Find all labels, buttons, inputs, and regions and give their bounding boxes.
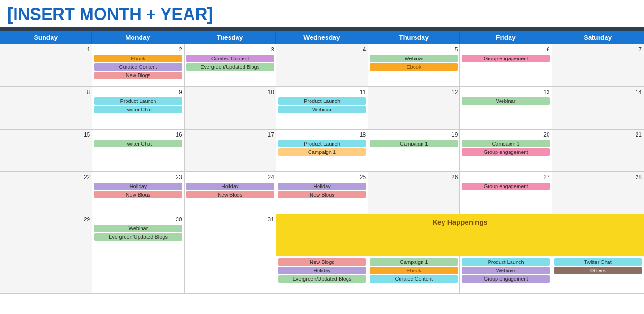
cell-number: 29	[2, 216, 90, 223]
day-header-sunday: Sunday	[0, 31, 92, 44]
calendar-event[interactable]: Product Launch	[94, 97, 182, 105]
cell-number: 8	[2, 89, 90, 95]
calendar-event[interactable]: Curated Content	[186, 55, 274, 62]
calendar-event[interactable]: Campaign 1	[462, 140, 549, 147]
calendar-event[interactable]: Holiday	[94, 183, 182, 190]
header-bar	[0, 27, 644, 31]
calendar-cell: 17	[185, 130, 276, 172]
calendar-event[interactable]: Ebook	[370, 63, 458, 71]
calendar-cell: 1	[0, 44, 92, 87]
day-header-friday: Friday	[460, 31, 552, 44]
page-title: [INSERT MONTH + YEAR]	[0, 0, 644, 27]
calendar-cell: 26	[368, 172, 460, 214]
calendar-event[interactable]: New Blogs	[94, 191, 182, 198]
calendar-cell: 31	[185, 214, 276, 256]
calendar-cell: 3Curated ContentEvergreen/Updated Blogs	[185, 44, 276, 87]
key-col-cell: New BlogsHolidayEvergreen/Updated Blogs	[276, 256, 368, 294]
cell-number: 24	[186, 174, 274, 181]
calendar-event[interactable]: Product Launch	[278, 97, 366, 105]
calendar-event[interactable]: Ebook	[370, 267, 458, 274]
cell-number: 22	[2, 174, 90, 181]
calendar-event[interactable]: Ebook	[94, 55, 182, 62]
week-row-4: 2223HolidayNew Blogs24HolidayNew Blogs25…	[0, 172, 644, 214]
key-col-cell: Twitter ChatOthers	[552, 256, 644, 294]
cell-number: 6	[462, 46, 549, 53]
calendar-event[interactable]: Group engagement	[462, 183, 549, 190]
calendar-cell: 8	[0, 87, 92, 129]
calendar-cell: 29	[0, 214, 92, 256]
calendar-event[interactable]: Webinar	[94, 225, 182, 232]
calendar-event[interactable]: Group engagement	[462, 275, 549, 283]
calendar-cell: 30WebinarEvergreen/Updated Blogs	[92, 214, 184, 256]
calendar-event[interactable]: Curated Content	[370, 275, 458, 283]
calendar-cell: 19Campaign 1	[368, 130, 460, 172]
cell-number: 30	[94, 216, 182, 223]
calendar-event[interactable]: New Blogs	[186, 191, 274, 198]
calendar-event[interactable]: Webinar	[370, 55, 458, 62]
cell-number: 2	[94, 46, 182, 53]
calendar-cell: 10	[185, 87, 276, 129]
calendar-cell: 9Product LaunchTwitter Chat	[92, 87, 184, 129]
calendar-event[interactable]: Others	[554, 267, 642, 274]
calendar-cell: 11Product LaunchWebinar	[276, 87, 368, 129]
calendar-event[interactable]: Group engagement	[462, 55, 549, 62]
calendar-cell: 5WebinarEbook	[368, 44, 460, 87]
calendar-event[interactable]: Webinar	[462, 267, 549, 274]
calendar-cell: 25HolidayNew Blogs	[276, 172, 368, 214]
calendar-event[interactable]: New Blogs	[278, 191, 366, 198]
cell-number: 14	[554, 89, 642, 95]
calendar-event[interactable]: Product Launch	[278, 140, 366, 147]
cell-number: 20	[462, 131, 549, 138]
calendar-cell: 21	[552, 130, 644, 172]
calendar-cell: 13Webinar	[460, 87, 552, 129]
calendar-cell: 12	[368, 87, 460, 129]
calendar-body: 12EbookCurated ContentNew Blogs3Curated …	[0, 44, 644, 294]
cell-number: 4	[278, 46, 366, 53]
calendar-cell: 2EbookCurated ContentNew Blogs	[92, 44, 184, 87]
calendar-event[interactable]: Webinar	[278, 106, 366, 113]
calendar-event[interactable]: Twitter Chat	[554, 258, 642, 266]
week-row-1: 12EbookCurated ContentNew Blogs3Curated …	[0, 44, 644, 87]
calendar-event[interactable]: Campaign 1	[370, 140, 458, 147]
calendar-event[interactable]: Holiday	[186, 183, 274, 190]
calendar-event[interactable]: Product Launch	[462, 258, 549, 266]
calendar-cell: 18Product LaunchCampaign 1	[276, 130, 368, 172]
calendar-event[interactable]: Twitter Chat	[94, 140, 182, 147]
calendar-event[interactable]: Evergreen/Updated Blogs	[278, 275, 366, 283]
calendar-event[interactable]: New Blogs	[94, 72, 182, 79]
cell-number: 23	[94, 174, 182, 181]
calendar-event[interactable]: Webinar	[462, 97, 549, 105]
calendar-event[interactable]: Curated Content	[94, 63, 182, 71]
day-header-wednesday: Wednesday	[276, 31, 368, 44]
calendar-cell	[185, 256, 276, 294]
day-header-tuesday: Tuesday	[184, 31, 276, 44]
cell-number: 17	[186, 131, 274, 138]
calendar-cell: 27Group engagement	[460, 172, 552, 214]
cell-number: 7	[554, 46, 642, 53]
calendar-event[interactable]: Twitter Chat	[94, 106, 182, 113]
cell-number: 18	[278, 131, 366, 138]
calendar-event[interactable]: Campaign 1	[370, 258, 458, 266]
calendar-cell: 16Twitter Chat	[92, 130, 184, 172]
calendar-event[interactable]: Campaign 1	[278, 148, 366, 156]
cell-number: 9	[94, 89, 182, 95]
calendar-event[interactable]: Group engagement	[462, 148, 549, 156]
calendar-event[interactable]: Evergreen/Updated Blogs	[94, 233, 182, 241]
calendar-event[interactable]: Evergreen/Updated Blogs	[186, 63, 274, 71]
cell-number: 26	[370, 174, 458, 181]
calendar-event[interactable]: New Blogs	[278, 258, 366, 266]
calendar-cell: 4	[276, 44, 368, 87]
calendar-cell: 14	[552, 87, 644, 129]
calendar-cell	[92, 256, 184, 294]
cell-number: 13	[462, 89, 549, 95]
week5-events-row: New BlogsHolidayEvergreen/Updated BlogsC…	[0, 256, 644, 294]
cell-number: 19	[370, 131, 458, 138]
calendar-event[interactable]: Holiday	[278, 267, 366, 274]
day-header-monday: Monday	[92, 31, 184, 44]
calendar-cell: 6Group engagement	[460, 44, 552, 87]
calendar-cell: 20Campaign 1Group engagement	[460, 130, 552, 172]
cell-number: 11	[278, 89, 366, 95]
week-row-2: 89Product LaunchTwitter Chat1011Product …	[0, 87, 644, 129]
week-row-3: 1516Twitter Chat1718Product LaunchCampai…	[0, 129, 644, 172]
calendar-event[interactable]: Holiday	[278, 183, 366, 190]
